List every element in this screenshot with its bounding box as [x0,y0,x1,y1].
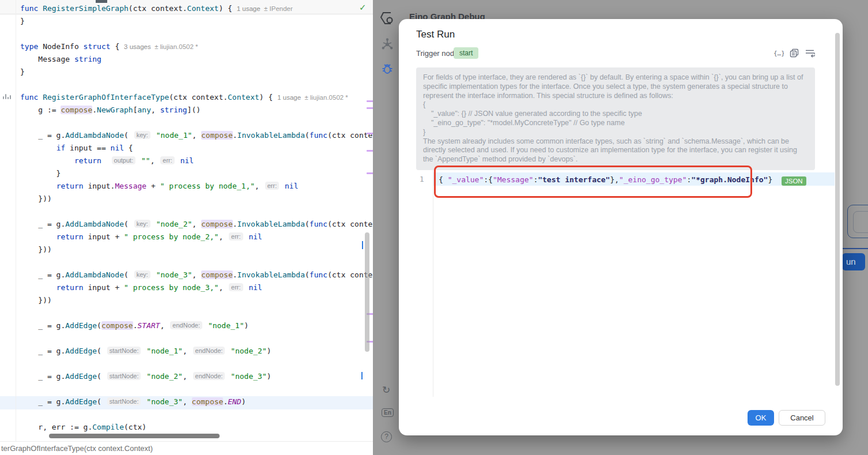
validation-highlight-box [434,166,752,198]
hidden-panel-frame-inner [853,211,868,233]
word-wrap-icon[interactable] [805,48,815,58]
code-line[interactable]: return input.Message + " process by node… [20,180,299,193]
gutter-separator [433,166,433,397]
code-line[interactable]: Message string [20,53,101,66]
code-line[interactable]: return output: "", err: nil [20,155,194,167]
code-line[interactable]: _ = g.AddEdge( startNode: "node_1", endN… [20,345,271,358]
language-en-icon[interactable]: En [382,408,394,417]
json-language-badge: JSON [782,176,806,186]
graph-nodes-icon[interactable] [381,38,394,51]
format-json-icon[interactable]: {…} [773,48,784,58]
app-window: func RegisterSimpleGraph(ctx context.Con… [0,0,868,455]
vcs-change-marker [367,150,373,152]
dialog-title: Test Run [416,29,455,40]
code-line[interactable]: _ = g.AddLambdaNode( key: "node_1", comp… [20,129,373,142]
breadcrumb[interactable]: terGraphOfInterfaceType(ctx context.Cont… [0,441,373,455]
line-number: 1 [420,175,424,183]
code-line[interactable]: _ = g.AddLambdaNode( key: "node_3", comp… [20,269,373,281]
code-line[interactable]: _ = g.AddEdge( startNode: "node_3", comp… [20,396,246,408]
interface-help-text: For fields of type interface, they are r… [416,67,815,170]
code-line[interactable]: if input == nil { [20,142,133,155]
eino-logo-icon[interactable] [379,10,395,27]
code-line[interactable]: } [20,167,61,180]
code-lines[interactable]: func RegisterSimpleGraph(ctx context.Con… [0,0,373,438]
code-line[interactable]: })) [20,294,52,307]
code-line[interactable]: g := compose.NewGraph[any, string]() [20,104,201,116]
test-run-button-partial[interactable]: un [842,253,865,270]
vcs-change-marker [367,172,373,174]
stripe-caret-marker [362,241,363,249]
code-line[interactable]: type NodeInfo struct { 3 usages ± liujia… [20,40,198,53]
hidden-divider [841,248,868,249]
code-line[interactable]: })) [20,243,52,256]
code-line[interactable]: } [20,15,25,28]
dialog-scrollbar[interactable] [835,33,840,386]
cancel-button[interactable]: Cancel [779,410,825,426]
code-line[interactable]: r, err := g.Compile(ctx) [20,421,146,434]
vcs-change-marker [367,133,373,134]
code-line[interactable]: _ = g.AddLambdaNode( key: "node_2", comp… [20,218,373,231]
code-line[interactable]: })) [20,193,52,205]
trigger-node-badge[interactable]: start [454,47,478,59]
code-line[interactable]: } [20,66,25,78]
code-line[interactable]: func RegisterGraphOfInterfaceType(ctx co… [20,91,348,104]
code-line[interactable]: func RegisterSimpleGraph(ctx context.Con… [20,2,293,15]
code-editor-pane[interactable]: func RegisterSimpleGraph(ctx context.Con… [0,0,373,455]
editor-horizontal-scrollbar[interactable] [49,434,220,438]
inspection-ok-icon[interactable]: ✓ [359,2,367,13]
code-line[interactable]: _ = g.AddEdge(compose.START, endNode: "n… [20,319,248,332]
copy-icon[interactable] [790,48,799,58]
code-line[interactable]: _ = g.AddEdge( startNode: "node_2", endN… [20,370,271,383]
debug-bug-icon[interactable] [381,62,394,75]
code-line[interactable]: return input + " process by node_2,", er… [20,231,262,243]
svg-text:{…}: {…} [773,50,784,57]
trigger-node-label: Trigger node [416,49,458,58]
vcs-change-marker [367,107,373,109]
vcs-change-marker [367,100,373,102]
stripe-caret-marker [361,372,363,379]
refresh-icon[interactable]: ↻ [382,384,390,396]
code-line[interactable]: return input + " process by node_3,", er… [20,281,262,294]
ok-button[interactable]: OK [748,410,774,426]
editor-vertical-scrollbar[interactable] [365,232,369,352]
help-icon[interactable]: ? [381,431,392,442]
